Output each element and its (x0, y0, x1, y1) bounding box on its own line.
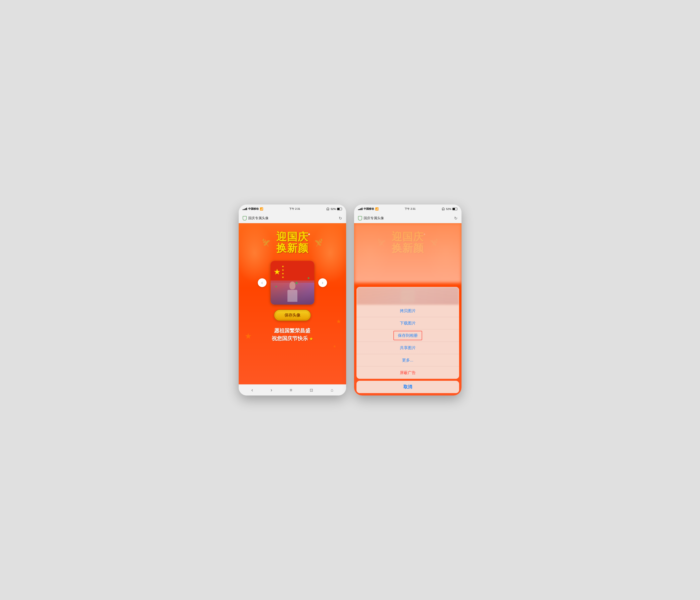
signal-bar-r3 (360, 208, 361, 210)
main-content-right: 迎国庆 换新颜 ✦ (354, 223, 461, 396)
green-star-2: ★ (307, 276, 310, 280)
shield-icon-left (243, 216, 247, 220)
more-label: 更多... (402, 357, 414, 363)
carrier-label-left: 中国移动 (248, 207, 258, 211)
action-copy-image[interactable]: 拷贝图片 (356, 305, 459, 317)
page-title-left: 国庆专属头像 (248, 216, 269, 220)
title-area-left: 迎国庆 换新颜 ✦ (262, 231, 322, 255)
refresh-button-left[interactable]: ↻ (339, 216, 342, 221)
deco-star-2: ★ (336, 318, 341, 325)
copy-image-label: 拷贝图片 (400, 308, 416, 314)
phone1-bg: ★ ★ ★ (239, 223, 346, 384)
menu-button[interactable]: ≡ (290, 388, 293, 393)
home-button[interactable]: ⌂ (331, 388, 333, 393)
share-image-label: 共享图片 (400, 345, 416, 351)
person-bg (271, 280, 314, 305)
bottom-text-line1: 愿祖国繁荣昌盛 (272, 327, 313, 334)
share-button[interactable]: ⊡ (310, 388, 313, 393)
bottom-text-area: 愿祖国繁荣昌盛 祝您国庆节快乐 ★ (272, 327, 313, 342)
back-button[interactable]: ‹ (251, 387, 253, 393)
action-more[interactable]: 更多... (356, 354, 459, 367)
action-download-image[interactable]: 下载图片 (356, 317, 459, 329)
action-sheet-menu: 拷贝图片 下载图片 保存到相册 共享图片 (356, 287, 459, 379)
prev-arrow-icon: ‹ (261, 280, 263, 285)
nav-bar-right: 国庆专属头像 ↻ (354, 213, 461, 223)
phone2-bg: 迎国庆 换新颜 ✦ (354, 223, 461, 396)
main-content-left: ★ ★ ★ (239, 223, 346, 384)
action-block-ad[interactable]: 屏蔽广告 (356, 367, 459, 379)
wifi-icon-left: 📶 (260, 207, 263, 210)
right-phone: 中国移动 📶 下午 2:31 🎧 52% 国庆专属头像 ↻ (354, 204, 461, 396)
save-avatar-button[interactable]: 保存头像 (274, 309, 311, 321)
time-label-left: 下午 2:31 (289, 207, 300, 211)
headphone-icon-left: 🎧 (326, 207, 329, 210)
action-share-image[interactable]: 共享图片 (356, 342, 459, 354)
small-stars: ★ ★ ★ ★ (282, 265, 284, 279)
small-star-1: ★ (282, 265, 284, 268)
next-button[interactable]: › (318, 278, 327, 287)
laurel-right-icon (310, 238, 322, 248)
battery-label-left: 52% (331, 207, 336, 210)
bottom-star-icon: ★ (309, 336, 313, 341)
refresh-button-right[interactable]: ↻ (454, 216, 457, 221)
nav-bar-left: 国庆专属头像 ↻ (239, 213, 346, 223)
svg-point-3 (267, 240, 270, 242)
prev-button[interactable]: ‹ (258, 278, 267, 287)
left-phone: 中国移动 📶 下午 2:31 🎧 52% 国庆专属头像 ↻ (239, 204, 346, 396)
time-label-right: 下午 2:31 (405, 207, 416, 211)
preview-thumb (401, 289, 415, 303)
status-left-right: 中国移动 📶 (358, 207, 378, 211)
svg-point-9 (321, 239, 322, 241)
save-album-label: 保存到相册 (394, 331, 422, 340)
cancel-button-sheet[interactable]: 取消 (356, 381, 459, 393)
signal-bars-right (358, 208, 362, 210)
signal-bars (243, 208, 247, 210)
battery-fill-left (338, 208, 340, 210)
preview-content (356, 287, 459, 305)
nav-title-area-left: 国庆专属头像 (243, 216, 269, 220)
blurred-bg (354, 223, 461, 283)
title-line1: 迎国庆 (276, 231, 308, 243)
main-title-text: 迎国庆 换新颜 (276, 231, 308, 254)
action-sheet: 拷贝图片 下载图片 保存到相册 共享图片 (354, 287, 461, 396)
laurel-left-icon (262, 238, 274, 248)
green-star-3: ★ (275, 285, 277, 288)
signal-bar-r2 (359, 209, 360, 210)
forward-button[interactable]: › (271, 387, 272, 393)
battery-icon-right (452, 208, 457, 210)
green-star-1: ★ (295, 280, 299, 286)
status-bar-right: 中国移动 📶 下午 2:31 🎧 52% (354, 204, 461, 213)
carrier-label-right: 中国移动 (364, 207, 374, 211)
title-text-wrapper: 迎国庆 换新颜 ✦ (276, 231, 308, 254)
battery-icon-left (337, 208, 342, 210)
next-arrow-icon: › (322, 280, 323, 285)
page-title-right: 国庆专属头像 (364, 216, 384, 220)
signal-bar-r4 (361, 208, 362, 210)
small-star-2: ★ (282, 268, 284, 272)
action-save-album[interactable]: 保存到相册 (356, 329, 459, 342)
battery-fill-right (453, 208, 455, 210)
shield-icon-right (358, 216, 362, 220)
bottom-text-line2-text: 祝您国庆节快乐 (272, 335, 308, 341)
avatar-frame: ★ ★ ★ ★ ★ (271, 261, 314, 305)
title-line2: 换新颜 (276, 242, 308, 254)
signal-bar-r1 (358, 209, 359, 210)
person-body (288, 290, 297, 302)
battery-label-right: 52% (446, 207, 451, 210)
action-sheet-overlay: 拷贝图片 下载图片 保存到相册 共享图片 (354, 223, 461, 396)
small-star-4: ★ (282, 276, 284, 279)
svg-point-4 (262, 239, 265, 241)
block-ad-label: 屏蔽广告 (400, 370, 416, 375)
headphone-icon-right: 🎧 (442, 207, 445, 210)
signal-bar-3 (245, 208, 246, 210)
wifi-icon-right: 📶 (375, 207, 378, 210)
preview-image-blur (356, 287, 459, 305)
status-right-left: 🎧 52% (326, 207, 342, 210)
status-left-left: 中国移动 📶 (243, 207, 263, 211)
carousel-area: ‹ ★ ★ ★ ★ ★ (258, 261, 327, 305)
status-bar-left: 中国移动 📶 下午 2:31 🎧 52% (239, 204, 346, 213)
deco-star-3: ★ (333, 344, 336, 349)
big-star-icon: ★ (274, 268, 281, 276)
avatar-image: ★ ★ ★ ★ ★ (271, 261, 314, 305)
nav-title-area-right: 国庆专属头像 (358, 216, 384, 220)
